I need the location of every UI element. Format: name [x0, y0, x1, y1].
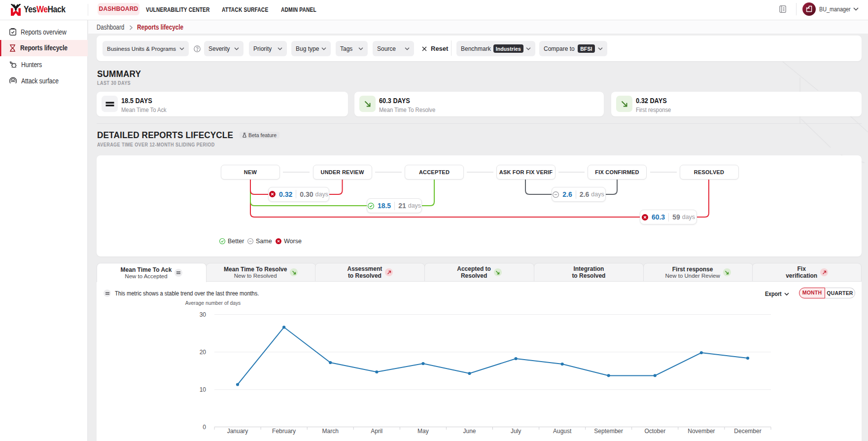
svg-text:July: July	[511, 428, 521, 435]
svg-text:10: 10	[200, 386, 207, 393]
svg-text:June: June	[463, 428, 476, 435]
svg-text:October: October	[644, 428, 665, 435]
svg-text:March: March	[322, 428, 339, 435]
svg-text:April: April	[371, 428, 382, 435]
svg-text:August: August	[553, 428, 572, 435]
svg-text:20: 20	[200, 349, 207, 356]
svg-text:February: February	[272, 428, 296, 435]
svg-text:30: 30	[200, 311, 207, 318]
svg-text:November: November	[688, 428, 715, 435]
svg-text:January: January	[227, 428, 248, 435]
svg-text:December: December	[734, 428, 761, 435]
svg-text:September: September	[594, 428, 623, 435]
svg-text:0: 0	[203, 424, 206, 431]
svg-text:May: May	[417, 428, 429, 435]
